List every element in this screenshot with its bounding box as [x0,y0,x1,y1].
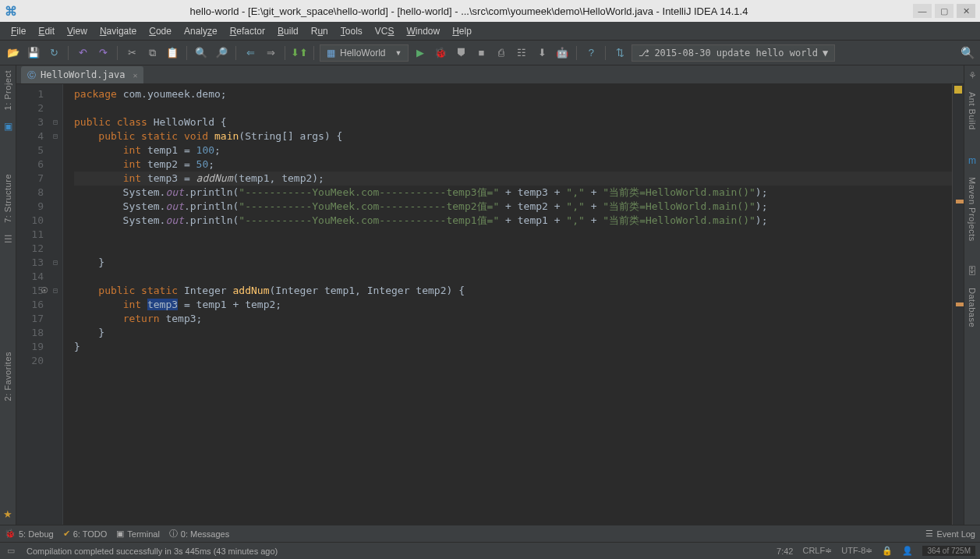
code-line[interactable]: int temp3 = temp1 + temp2; [74,298,952,312]
menu-view[interactable]: View [61,24,94,38]
line-number[interactable]: 8 [19,186,44,200]
code-line[interactable]: int temp1 = 100; [74,143,952,157]
code-line[interactable] [74,101,952,115]
tool-structure[interactable]: 7: Structure [3,174,12,223]
tool-debug[interactable]: 🐞 5: Debug [5,529,54,539]
line-number[interactable]: 19 [19,340,44,354]
menu-help[interactable]: Help [446,24,478,38]
search-everywhere-icon[interactable]: 🔍 [961,46,975,60]
tool-ant[interactable]: Ant Build [968,92,977,130]
code-line[interactable]: return temp3; [74,312,952,326]
avd-icon[interactable]: ☷ [513,44,530,62]
line-number[interactable]: 10 [19,214,44,228]
open-icon[interactable]: 📂 [5,44,22,62]
menu-file[interactable]: File [5,24,32,38]
menu-analyze[interactable]: Analyze [178,24,224,38]
coverage-icon[interactable]: ⛊ [452,44,469,62]
gutter[interactable]: 1234567891011121314151617181920⊟⊟⊟⊟⦿ [16,84,63,525]
line-number[interactable]: 11 [19,228,44,242]
back-icon[interactable]: ⇐ [242,44,259,62]
line-number[interactable]: 12 [19,242,44,256]
replace-icon[interactable]: 🔎 [213,44,230,62]
debug-icon[interactable]: 🐞 [432,44,449,62]
tool-favorites[interactable]: 2: Favorites [3,352,12,401]
line-number[interactable]: 6 [19,157,44,172]
encoding[interactable]: UTF-8≑ [841,546,872,556]
cut-icon[interactable]: ✂ [123,44,140,62]
code-line[interactable] [74,354,952,368]
menu-edit[interactable]: Edit [32,24,61,38]
line-number[interactable]: 9 [19,200,44,214]
sync-icon[interactable]: ↻ [45,44,62,62]
undo-icon[interactable]: ↶ [74,44,91,62]
warning-marker[interactable] [956,200,964,203]
warning-marker[interactable] [956,302,964,306]
line-number[interactable]: 18 [19,326,44,340]
line-number[interactable]: 4 [19,129,44,143]
cursor-position[interactable]: 7:42 [777,547,793,556]
code-line[interactable] [74,228,952,242]
line-number[interactable]: 16 [19,298,44,312]
code-line[interactable]: System.out.println("-----------YouMeek.c… [74,214,952,228]
code-line[interactable] [74,242,952,256]
code-line[interactable]: public class HelloWorld { [74,115,952,129]
menu-vcs[interactable]: VCS [369,24,401,38]
memory-indicator[interactable]: 364 of 725M [922,546,975,556]
line-separator[interactable]: CRLF≑ [802,546,832,556]
line-number[interactable]: 20 [19,354,44,368]
code-line[interactable]: } [74,256,952,270]
code-line[interactable]: int temp3 = addNum(temp1, temp2); [74,172,952,186]
menu-tools[interactable]: Tools [334,24,369,38]
stop-icon[interactable]: ■ [472,44,490,62]
android-icon[interactable]: 🤖 [554,44,571,62]
code-line[interactable] [74,270,952,284]
tool-terminal[interactable]: ▣ Terminal [116,529,160,539]
redo-icon[interactable]: ↷ [94,44,111,62]
tool-todo[interactable]: ✔ 6: TODO [63,529,108,539]
run-config-select[interactable]: ▦ HelloWorld ▼ [320,44,409,62]
menu-window[interactable]: Window [400,24,446,38]
code-line[interactable]: } [74,326,952,340]
tool-event-log[interactable]: ☰ Event Log [925,529,975,539]
tool-database[interactable]: Database [968,288,977,327]
attach-icon[interactable]: ⎙ [493,44,510,62]
make-icon[interactable]: ⬇⬆ [291,44,308,62]
fold-toggle-icon[interactable]: ⊟ [53,129,58,143]
code-line[interactable]: int temp2 = 50; [74,157,952,172]
code-area[interactable]: package com.youmeek.demo;public class He… [63,84,953,525]
inspection-gutter-icon[interactable]: ⦿ [41,284,48,298]
overview-ruler[interactable] [953,84,964,525]
code-line[interactable]: System.out.println("-----------YouMeek.c… [74,186,952,200]
fold-toggle-icon[interactable]: ⊟ [53,115,58,129]
paste-icon[interactable]: 📋 [164,44,181,62]
inspect-icon[interactable]: 👤 [902,546,913,556]
help-icon[interactable]: ? [582,44,600,62]
save-all-icon[interactable]: 💾 [25,44,42,62]
vcs-update-icon[interactable]: ⇅ [611,44,628,62]
code-line[interactable]: System.out.println("-----------YouMeek.c… [74,200,952,214]
line-number[interactable]: 13 [19,256,44,270]
forward-icon[interactable]: ⇒ [262,44,279,62]
minimize-button[interactable]: — [913,4,932,18]
line-number[interactable]: 5 [19,143,44,157]
fold-toggle-icon[interactable]: ⊟ [53,284,58,298]
line-number[interactable]: 2 [19,101,44,115]
find-icon[interactable]: 🔍 [193,44,210,62]
close-tab-icon[interactable]: ✕ [133,71,137,80]
tool-project[interactable]: 1: Project [3,70,12,110]
line-number[interactable]: 1 [19,87,44,101]
maximize-button[interactable]: ▢ [935,4,953,18]
menu-refactor[interactable]: Refactor [224,24,271,38]
line-number[interactable]: 17 [19,312,44,326]
lock-icon[interactable]: 🔒 [882,546,893,556]
run-icon[interactable]: ▶ [412,44,429,62]
sdk-icon[interactable]: ⬇ [533,44,550,62]
file-tab-helloworld[interactable]: Ⓒ HelloWorld.java ✕ [21,66,143,83]
line-number[interactable]: 7 [19,172,44,186]
vcs-branch-select[interactable]: ⎇ 2015-08-30 update hello world ▼ [632,44,835,62]
menu-build[interactable]: Build [271,24,305,38]
code-line[interactable]: } [74,340,952,354]
close-button[interactable]: ✕ [957,4,975,18]
line-number[interactable]: 14 [19,270,44,284]
tool-maven[interactable]: Maven Projects [968,177,977,242]
